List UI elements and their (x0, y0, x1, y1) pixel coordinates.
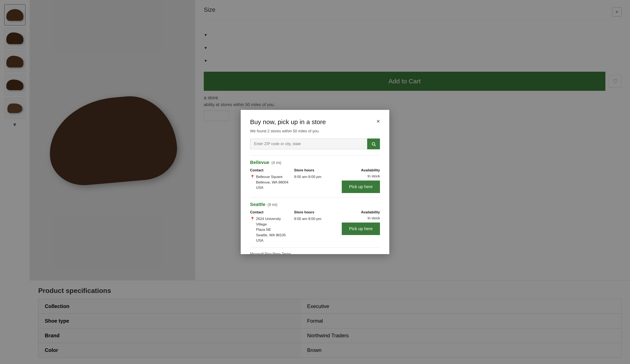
store-seattle-contact-col: Contact 📍 2624 University VillagePlaza N… (250, 210, 292, 243)
store-bellevue-hours-header: Store hours (294, 168, 336, 172)
store-bellevue-availability-col: Availability In stock Pick up here (338, 168, 380, 193)
store-seattle-availability-header: Availability (338, 210, 380, 214)
store-bellevue-availability-value: In stock (338, 174, 380, 178)
modal-header: Buy now, pick up in a store × (250, 118, 380, 126)
store-bellevue-hours-value: 9:00 am-9:00 pm (294, 174, 336, 180)
store-bellevue-pickup-button[interactable]: Pick up here (342, 181, 380, 193)
store-bellevue-availability-header: Availability (338, 168, 380, 172)
modal-title: Buy now, pick up in a store (250, 118, 326, 126)
store-seattle-address-text: 2624 University VillagePlaza NESeattle, … (256, 216, 292, 243)
store-seattle-availability-col: Availability In stock Pick up here (338, 210, 380, 243)
store-seattle: Seattle (9 mi) Contact 📍 2624 University… (250, 202, 380, 243)
store-bellevue-info: Contact 📍 Bellevue SquareBellevue, WA 98… (250, 168, 380, 193)
search-icon (371, 142, 376, 146)
store-bellevue: Bellevue (4 mi) Contact 📍 Bellevue Squar… (250, 160, 380, 193)
store-seattle-name: Seattle (250, 202, 265, 207)
map-pin-icon: 📍 (250, 175, 255, 179)
store-seattle-pickup-button[interactable]: Pick up here (342, 223, 380, 235)
zip-search-bar (250, 138, 380, 149)
store-seattle-hours-col: Store hours 9:00 am-9:00 pm (294, 210, 336, 243)
divider-3 (250, 248, 380, 248)
store-seattle-info: Contact 📍 2624 University VillagePlaza N… (250, 210, 380, 243)
store-bellevue-contact-header: Contact (250, 168, 292, 172)
bing-maps-terms[interactable]: Microsoft Bing Maps Terms (250, 252, 380, 254)
modal-close-button[interactable]: × (376, 118, 380, 124)
map-pin-icon-2: 📍 (250, 217, 255, 221)
modal-overlay[interactable]: Buy now, pick up in a store × We found 2… (0, 0, 630, 364)
zip-search-button[interactable] (367, 138, 380, 149)
modal-subtitle: We found 2 stores within 50 miles of you… (250, 129, 380, 133)
store-seattle-availability-value: In stock (338, 216, 380, 220)
store-bellevue-address-text: Bellevue SquareBellevue, WA 98004USA (256, 174, 288, 190)
store-seattle-contact-header: Contact (250, 210, 292, 214)
store-bellevue-address: 📍 Bellevue SquareBellevue, WA 98004USA (250, 174, 292, 190)
store-bellevue-name: Bellevue (250, 160, 269, 165)
store-seattle-address: 📍 2624 University VillagePlaza NESeattle… (250, 216, 292, 243)
store-seattle-distance: (9 mi) (268, 203, 278, 207)
svg-line-1 (374, 145, 376, 146)
store-pickup-modal: Buy now, pick up in a store × We found 2… (241, 110, 389, 254)
store-seattle-hours-value: 9:00 am-9:00 pm (294, 216, 336, 222)
store-bellevue-distance: (4 mi) (272, 161, 281, 165)
zip-search-input[interactable] (250, 138, 367, 149)
store-bellevue-contact-col: Contact 📍 Bellevue SquareBellevue, WA 98… (250, 168, 292, 193)
store-bellevue-hours-col: Store hours 9:00 am-9:00 pm (294, 168, 336, 193)
store-seattle-hours-header: Store hours (294, 210, 336, 214)
